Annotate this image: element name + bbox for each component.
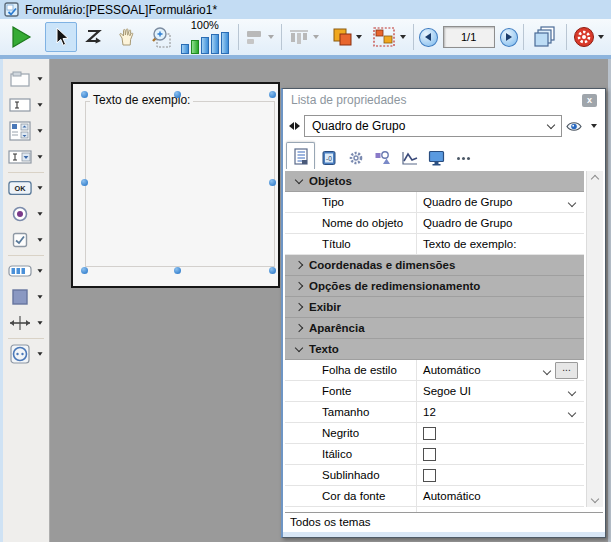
property-value-text[interactable]: Texto de exemplo:	[416, 234, 584, 254]
tool-progress-bar[interactable]	[8, 258, 45, 284]
group-objects-group[interactable]	[372, 26, 408, 48]
tab-shapes[interactable]	[369, 147, 396, 169]
section-aparencia[interactable]: Aparência	[285, 318, 584, 339]
zoom-bar-5[interactable]	[221, 32, 229, 54]
chevron-down-icon[interactable]	[313, 35, 319, 39]
tab-order-button[interactable]	[78, 22, 110, 52]
group-box-control[interactable]: Texto de exemplo:	[85, 101, 275, 267]
selection-handle-bottom-middle[interactable]	[174, 267, 181, 274]
arrange-order-group[interactable]	[330, 26, 364, 48]
close-icon[interactable]: x	[582, 94, 597, 107]
chevron-down-icon[interactable]	[37, 186, 42, 189]
chevron-down-icon[interactable]	[37, 269, 42, 272]
selection-handle-middle-right[interactable]	[269, 179, 276, 186]
section-coordenadas[interactable]: Coordenadas e dimensões	[285, 255, 584, 276]
tab-settings[interactable]	[342, 147, 369, 169]
next-object-icon[interactable]	[295, 122, 300, 130]
select-tool-button[interactable]	[45, 22, 77, 52]
selection-handle-top-middle[interactable]	[174, 91, 181, 98]
property-value-dropdown[interactable]: 12	[416, 402, 584, 422]
more-options-button[interactable]: ...	[555, 362, 578, 379]
pan-tool-button[interactable]	[111, 22, 143, 52]
tool-option-button[interactable]	[8, 201, 45, 227]
chevron-down-icon[interactable]	[37, 295, 42, 298]
chevron-down-icon[interactable]	[356, 35, 362, 39]
chevron-down-icon[interactable]	[37, 352, 42, 355]
tab-curve[interactable]	[396, 147, 423, 169]
eye-icon[interactable]	[566, 120, 585, 133]
section-redimensionamento[interactable]: Opções de redimensionamento	[285, 276, 584, 297]
panel-titlebar[interactable]: Lista de propriedades x	[283, 89, 605, 111]
panel-scrollbar[interactable]	[586, 171, 603, 507]
chevron-right-icon	[295, 323, 303, 331]
distribute-button-group[interactable]	[287, 28, 321, 46]
chevron-down-icon[interactable]	[37, 321, 42, 324]
zoom-tool-button[interactable]	[144, 22, 176, 52]
pages-button[interactable]	[529, 22, 561, 52]
selection-handle-middle-left[interactable]	[81, 179, 88, 186]
next-page-button[interactable]	[500, 28, 518, 47]
chevron-down-icon[interactable]	[37, 212, 42, 215]
tool-list-box[interactable]	[8, 118, 45, 144]
zoom-level-widget[interactable]: 100%	[181, 20, 229, 54]
zoom-bar-3[interactable]	[201, 37, 209, 54]
chevron-down-icon[interactable]	[591, 124, 597, 128]
zoom-level-bars[interactable]	[181, 32, 229, 54]
selection-handle-bottom-left[interactable]	[81, 267, 88, 274]
chevron-down-icon[interactable]	[598, 35, 604, 39]
tab-display[interactable]	[423, 147, 450, 169]
form-canvas[interactable]: Texto de exemplo:	[71, 82, 280, 288]
checkbox-unchecked[interactable]	[423, 448, 436, 461]
socket-control-icon	[8, 344, 32, 364]
main-toolbar: 100%	[0, 19, 611, 59]
tab-data[interactable]: -0	[315, 147, 342, 169]
tab-more[interactable]	[450, 147, 477, 169]
previous-object-icon[interactable]	[289, 122, 294, 130]
chevron-down-icon[interactable]	[37, 77, 42, 80]
property-value-dropdown[interactable]: Segoe UI	[416, 381, 584, 401]
property-value-dropdown[interactable]: Quadro de Grupo	[416, 192, 584, 212]
property-value: Texto de exemplo:	[423, 238, 516, 250]
section-objetos[interactable]: Objetos	[285, 171, 584, 192]
settings-group[interactable]	[572, 25, 606, 49]
tool-text-field[interactable]	[8, 92, 45, 118]
run-form-button[interactable]	[5, 22, 37, 52]
zoom-bar-1[interactable]	[181, 44, 189, 54]
chevron-down-icon[interactable]	[268, 35, 274, 39]
checkbox-unchecked[interactable]	[423, 427, 436, 440]
zoom-bar-current[interactable]	[191, 40, 199, 54]
object-selector-dropdown[interactable]: Quadro de Grupo	[304, 115, 562, 137]
chevron-down-icon[interactable]	[37, 155, 42, 158]
page-indicator-field[interactable]: 1/1	[443, 26, 495, 48]
property-row-titulo: Título Texto de exemplo:	[285, 234, 584, 255]
property-value-checkbox	[416, 444, 584, 464]
scroll-down-icon[interactable]	[591, 495, 599, 503]
scroll-up-icon[interactable]	[591, 175, 599, 183]
zoom-bar-4[interactable]	[211, 34, 219, 54]
section-texto[interactable]: Texto	[285, 339, 584, 360]
property-value-text[interactable]: Automático	[416, 486, 584, 506]
property-value-text[interactable]: Quadro de Grupo	[416, 213, 584, 233]
chevron-down-icon[interactable]	[37, 238, 42, 241]
tool-combo-box[interactable]	[8, 144, 45, 170]
selection-handle-bottom-right[interactable]	[269, 267, 276, 274]
tool-push-button[interactable]: OK	[8, 175, 45, 201]
tab-properties-list[interactable]	[286, 142, 315, 169]
chevron-down-icon[interactable]	[37, 103, 42, 106]
selection-handle-top-left[interactable]	[81, 91, 88, 98]
selection-handle-top-right[interactable]	[269, 91, 276, 98]
chevron-down-icon[interactable]	[37, 129, 42, 132]
previous-page-button[interactable]	[419, 28, 437, 47]
section-exibir[interactable]: Exibir	[285, 297, 584, 318]
property-value-dropdown[interactable]: Automático ...	[416, 360, 584, 380]
property-row-tipo: Tipo Quadro de Grupo	[285, 192, 584, 213]
chevron-down-icon[interactable]	[400, 35, 406, 39]
checkbox-unchecked[interactable]	[423, 469, 436, 482]
tool-line[interactable]	[8, 310, 45, 336]
pan-hand-icon	[117, 27, 137, 47]
tool-check-box[interactable]	[8, 227, 45, 253]
align-button-group[interactable]	[244, 28, 276, 46]
tool-custom-control[interactable]	[8, 341, 45, 367]
tool-rectangle[interactable]	[8, 284, 45, 310]
tool-group-box[interactable]	[8, 66, 45, 92]
